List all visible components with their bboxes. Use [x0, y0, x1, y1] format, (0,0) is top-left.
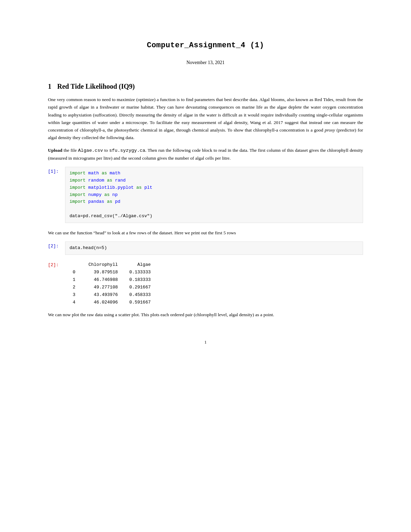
body-paragraph-3: We can use the function “head” to look a… — [48, 229, 363, 237]
cell-2-output-label: [2]: — [48, 261, 65, 268]
cell-2-input-container: [2]: data.head(n=5) — [48, 242, 363, 255]
row-2-algae: 0.291667 — [123, 284, 151, 291]
row-3-algae: 0.458333 — [123, 291, 151, 299]
output-table-header: Chlorophyll Algae — [65, 261, 151, 269]
page-title: Computer_Assignment_4 (1) — [48, 41, 363, 50]
code-line-2: import random as rand — [70, 177, 359, 184]
row-3-chloro: 43.493976 — [82, 291, 123, 299]
code-line-6: data=pd.read_csv("./Algae.csv") — [70, 213, 359, 220]
cell-2-output-container: [2]: Chlorophyll Algae 0 39.879518 0.133… — [48, 261, 363, 307]
code-line-3: import matplotlib.pyplot as plt — [70, 184, 359, 191]
cell-2-input-code[interactable]: data.head(n=5) — [65, 242, 363, 255]
cell-2-output-data: Chlorophyll Algae 0 39.879518 0.133333 1… — [65, 261, 151, 307]
section-number: 1 — [48, 83, 51, 90]
output-table: Chlorophyll Algae 0 39.879518 0.133333 1… — [65, 261, 151, 307]
table-row: 4 46.024096 0.591667 — [65, 299, 151, 306]
document-date: November 13, 2021 — [48, 60, 363, 65]
row-2-idx: 2 — [65, 284, 82, 291]
cell-1-container: [1]: import math as math import random a… — [48, 167, 363, 223]
body-paragraph-2: Upload the file Algae.csv to sfu.syzygy.… — [48, 147, 363, 162]
cell-2-code-line: data.head(n=5) — [70, 245, 359, 252]
section1-heading: 1 Red Tide Likelihood (IQ9) — [48, 83, 363, 90]
page-number: 1 — [48, 339, 363, 345]
body-paragraph-1: One very common reason to need to maximi… — [48, 96, 363, 142]
code-line-1: import math as math — [70, 170, 359, 177]
row-0-idx: 0 — [65, 269, 82, 276]
code-line-5: import pandas as pd — [70, 198, 359, 206]
row-1-chloro: 46.746988 — [82, 276, 123, 284]
row-4-chloro: 46.024096 — [82, 299, 123, 306]
table-row: 3 43.493976 0.458333 — [65, 291, 151, 299]
row-1-algae: 0.183333 — [123, 276, 151, 284]
code-line-4: import numpy as np — [70, 191, 359, 199]
table-row: 0 39.879518 0.133333 — [65, 269, 151, 276]
cell-1-label: [1]: — [48, 167, 65, 174]
row-3-idx: 3 — [65, 291, 82, 299]
code-line-blank — [70, 206, 359, 213]
row-1-idx: 1 — [65, 276, 82, 284]
url-syzygy: sfu.syzygy.ca — [109, 148, 145, 153]
section-title: Red Tide Likelihood (IQ9) — [57, 83, 135, 90]
row-0-chloro: 39.879518 — [82, 269, 123, 276]
col-header-chloro: Chlorophyll — [82, 261, 123, 269]
table-row: 2 49.277108 0.291667 — [65, 284, 151, 291]
row-4-idx: 4 — [65, 299, 82, 306]
cell-1-code[interactable]: import math as math import random as ran… — [65, 167, 363, 223]
body-paragraph-4: We can now plot the raw data using a sca… — [48, 311, 363, 319]
filename-algae: Algae.csv — [78, 148, 103, 153]
col-header-idx — [65, 261, 82, 269]
row-4-algae: 0.591667 — [123, 299, 151, 306]
col-header-algae: Algae — [123, 261, 151, 269]
table-row: 1 46.746988 0.183333 — [65, 276, 151, 284]
cell-2-input-label: [2]: — [48, 242, 65, 249]
row-2-chloro: 49.277108 — [82, 284, 123, 291]
row-0-algae: 0.133333 — [123, 269, 151, 276]
